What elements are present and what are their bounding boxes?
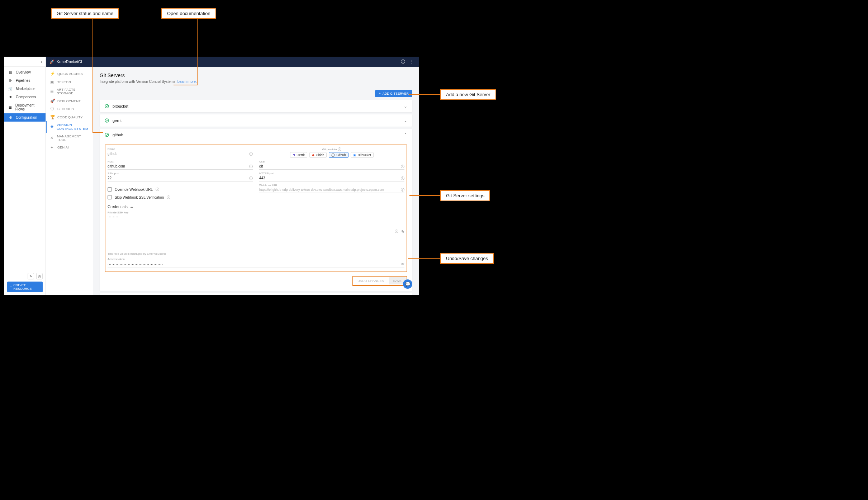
subnav-quick-access[interactable]: ⚡ QUICK ACCESS (46, 70, 93, 78)
page-title: Git Servers (100, 72, 412, 78)
info-icon[interactable]: ⓘ (401, 59, 405, 65)
info-icon[interactable]: i (401, 165, 404, 168)
annotation-line (174, 85, 197, 85)
subnav-label: CODE QUALITY (57, 115, 83, 119)
chat-bubble-button[interactable]: 💬 (403, 279, 412, 289)
tools-icon: ✕ (50, 136, 54, 140)
nav-label: Deployment Flows (15, 103, 42, 111)
managed-by-externalsecret-note: This field value is managed by ExternalS… (108, 252, 404, 255)
action-buttons-group: UNDO CHANGES SAVE (352, 276, 407, 286)
override-webhook-checkbox[interactable]: Override Webhook URL i (108, 187, 253, 192)
https-port-input[interactable]: 443 i (259, 175, 404, 181)
nav-item-marketplace[interactable]: 🛒 Marketplace (4, 85, 46, 93)
server-row-github-head[interactable]: github ⌃ (100, 129, 412, 141)
chevron-down-icon: ⌄ (404, 118, 407, 123)
annotation-line (93, 19, 93, 132)
annotation-line (408, 258, 440, 259)
annotation-git-server-status: Git Server status and name (51, 8, 119, 19)
top-bar: ⓘ ⋮ (93, 57, 419, 67)
info-icon[interactable]: i (167, 195, 170, 199)
subnav-tekton[interactable]: ▣ TEKTON (46, 78, 93, 86)
checkbox-icon (108, 187, 112, 192)
subnav-label: GEN AI (57, 146, 69, 149)
annotation-line (409, 195, 440, 196)
provider-bitbucket[interactable]: ▣ Bitbucket (351, 152, 374, 158)
nav-item-components[interactable]: ❖ Components (4, 93, 46, 101)
provider-gerrit[interactable]: ◥ Gerrit (290, 152, 307, 158)
subnav-label: TEKTON (57, 80, 71, 84)
git-server-settings-panel: Name github i Git provider i (105, 145, 407, 272)
nav-item-configuration[interactable]: ⚙ Configuration (4, 113, 46, 122)
brand-bar: 🚀 KubeRocketCI (46, 57, 93, 67)
name-text: github (108, 152, 117, 156)
server-row-gitlab[interactable]: gitlab ⌄ (100, 293, 412, 295)
server-row-gerrit[interactable]: gerrit ⌄ (100, 114, 412, 127)
info-icon[interactable]: i (338, 147, 341, 151)
webhook-url-label: Webhook URL (259, 184, 404, 187)
eye-icon[interactable]: 👁 (401, 262, 404, 266)
nav-label: Overview (16, 70, 31, 74)
nav-collapse-button[interactable]: ‹ (4, 57, 46, 67)
flows-icon: ☰ (8, 105, 13, 109)
shield-icon: 🛡 (50, 107, 54, 111)
info-icon[interactable]: i (401, 176, 404, 180)
theme-toggle-icon[interactable]: ✎ (28, 273, 34, 279)
subnav-gen-ai[interactable]: ✦ GEN AI (46, 143, 93, 152)
subnav-code-quality[interactable]: 🏆 CODE QUALITY (46, 113, 93, 121)
annotation-settings: Git Server settings (440, 190, 490, 201)
rocket-small-icon: 🚀 (50, 99, 54, 103)
undo-changes-button[interactable]: UNDO CHANGES (354, 277, 388, 284)
status-ok-icon (105, 104, 109, 108)
info-icon[interactable]: i (156, 188, 159, 191)
info-icon[interactable]: i (249, 165, 253, 168)
dashboard-icon: ▦ (8, 70, 13, 74)
status-ok-icon (105, 133, 109, 137)
server-name: github (113, 133, 400, 137)
provider-label: Git provider i (259, 147, 404, 151)
chevron-down-icon: ⌄ (404, 104, 407, 109)
content-area: ⓘ ⋮ Git Servers Integrate platform with … (93, 57, 419, 295)
skip-ssl-checkbox[interactable]: Skip Webhook SSL Verification i (108, 195, 253, 199)
vcs-icon: ❖ (50, 124, 54, 129)
info-icon[interactable]: i (401, 188, 404, 192)
webhook-url-input[interactable]: https://el-github-edp-delivery-tekton-de… (259, 187, 404, 193)
more-icon[interactable]: ⋮ (409, 59, 414, 65)
host-input[interactable]: github.com i (108, 163, 253, 170)
add-gitserver-button[interactable]: + ADD GITSERVER (375, 90, 412, 97)
cart-icon: 🛒 (8, 87, 13, 91)
info-icon[interactable]: i (249, 176, 253, 180)
subnav-security[interactable]: 🛡 SECURITY (46, 105, 93, 113)
nav-item-deployment-flows[interactable]: ☰ Deployment Flows (4, 101, 46, 113)
subnav-management-tool[interactable]: ✕ MANAGEMENT TOOL (46, 133, 93, 143)
subnav-label: ARTIFACTS STORAGE (57, 88, 89, 95)
subnav-label: VERSION CONTROL SYSTEM (57, 123, 89, 131)
nav-label: Components (16, 95, 36, 99)
subnav-vcs[interactable]: ❖ VERSION CONTROL SYSTEM (46, 121, 93, 133)
annotation-undo-save: Undo/Save changes (440, 253, 494, 264)
annotation-line (409, 94, 440, 95)
gear-icon: ⚙ (8, 115, 13, 119)
access-token-value: ········································… (108, 263, 163, 266)
nav-item-pipelines[interactable]: ⊪ Pipelines (4, 76, 46, 85)
edit-icon[interactable]: ✎ (401, 230, 404, 234)
nav-label: Marketplace (16, 87, 35, 91)
plus-icon: + (379, 92, 380, 95)
server-row-bitbucket[interactable]: bitbucket ⌄ (100, 100, 412, 112)
sub-nav: 🚀 KubeRocketCI ⚡ QUICK ACCESS ▣ TEKTON ☰… (46, 57, 93, 295)
create-resource-button[interactable]: + CREATE RESOURCE (7, 282, 43, 292)
storage-icon: ☰ (50, 89, 54, 94)
info-icon[interactable]: i (249, 152, 253, 156)
info-icon[interactable]: i (395, 230, 398, 233)
settings-icon[interactable]: ◷ (36, 273, 43, 279)
subnav-artifacts[interactable]: ☰ ARTIFACTS STORAGE (46, 86, 93, 97)
learn-more-link[interactable]: Learn more. (177, 80, 197, 84)
nav-item-overview[interactable]: ▦ Overview (4, 68, 46, 76)
provider-gitlab[interactable]: ◆ Gitlab (309, 152, 327, 158)
ssh-port-input[interactable]: 22 i (108, 175, 253, 181)
user-input[interactable]: git i (259, 163, 404, 170)
annotation-line (197, 19, 198, 85)
app-window: ‹ ▦ Overview ⊪ Pipelines 🛒 Marketplace ❖… (4, 57, 419, 295)
subnav-deployment[interactable]: 🚀 DEPLOYMENT (46, 97, 93, 105)
subnav-label: DEPLOYMENT (57, 99, 81, 103)
provider-github[interactable]: ◯ Github (329, 152, 348, 158)
